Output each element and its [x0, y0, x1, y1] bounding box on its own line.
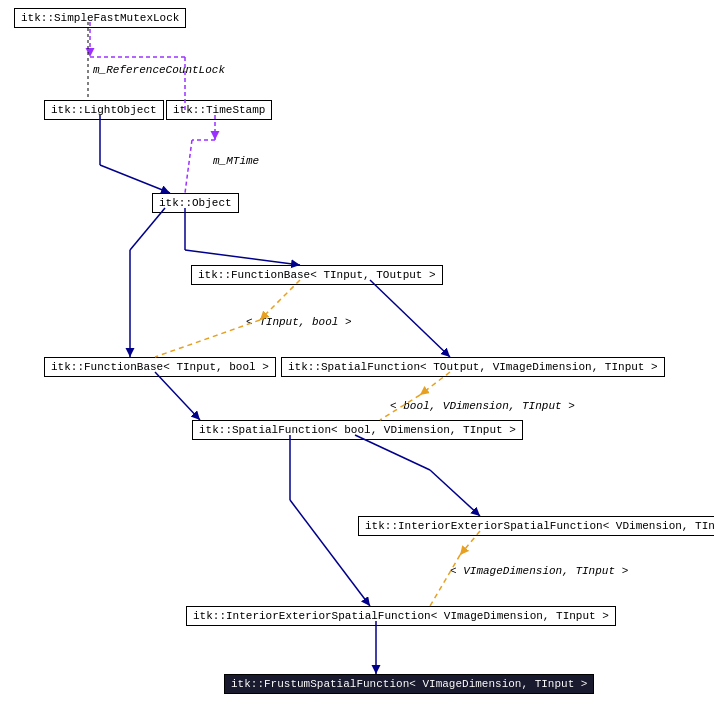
svg-line-28: [430, 555, 460, 606]
node-simple-fast-mutex-lock: itk::SimpleFastMutexLock: [14, 8, 186, 28]
node-spatial-function-bool: itk::SpatialFunction< bool, VDimension, …: [192, 420, 523, 440]
node-object: itk::Object: [152, 193, 239, 213]
svg-line-12: [100, 165, 170, 193]
svg-line-14: [185, 250, 300, 265]
node-light-object: itk::LightObject: [44, 100, 164, 120]
svg-line-16: [155, 320, 260, 357]
label-bool-vdimension-tinput: < bool, VDimension, TInput >: [390, 400, 575, 412]
svg-line-24: [430, 470, 480, 516]
label-m-mtime: m_MTime: [213, 155, 259, 167]
label-vimage-dimension-tinput: < VImageDimension, TInput >: [450, 565, 628, 577]
node-interior-exterior-vimage: itk::InteriorExteriorSpatialFunction< VI…: [186, 606, 616, 626]
node-frustum-spatial-function: itk::FrustumSpatialFunction< VImageDimen…: [224, 674, 594, 694]
svg-line-22: [155, 372, 200, 420]
node-function-base-bool: itk::FunctionBase< TInput, bool >: [44, 357, 276, 377]
node-spatial-function-toutput: itk::SpatialFunction< TOutput, VImageDim…: [281, 357, 665, 377]
label-m-reference-count-lock: m_ReferenceCountLock: [93, 64, 225, 76]
node-function-base-tinput: itk::FunctionBase< TInput, TOutput >: [191, 265, 443, 285]
node-interior-exterior-vdimension: itk::InteriorExteriorSpatialFunction< VD…: [358, 516, 714, 536]
svg-line-10: [185, 140, 192, 193]
svg-line-17: [370, 280, 450, 357]
node-time-stamp: itk::TimeStamp: [166, 100, 272, 120]
diagram-container: itk::SimpleFastMutexLock itk::LightObjec…: [0, 0, 714, 718]
svg-line-23: [355, 435, 430, 470]
label-tinput-bool: < TInput, bool >: [246, 316, 352, 328]
svg-line-15: [260, 280, 300, 320]
svg-line-18: [130, 208, 165, 250]
